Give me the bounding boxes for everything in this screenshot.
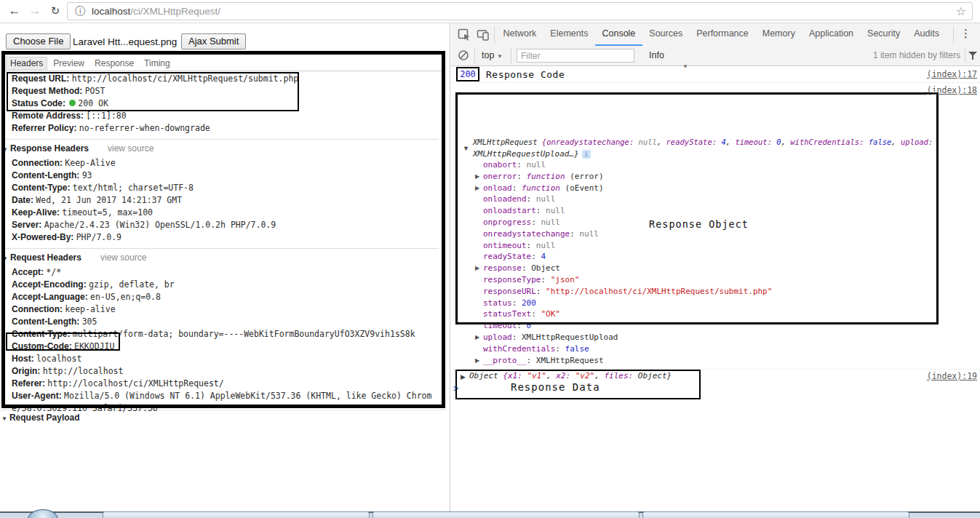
property-key: timeout — [483, 321, 517, 330]
console-token: : — [517, 172, 526, 181]
source-link[interactable]: (index):17 — [927, 69, 977, 79]
inspect-element-icon[interactable] — [458, 28, 471, 41]
object-property-row: ▶response: Object — [451, 263, 953, 274]
reload-icon[interactable]: ↻ — [47, 2, 64, 20]
source-link[interactable]: (index):19 — [927, 371, 977, 381]
property-value: null — [579, 229, 599, 239]
devtools-tab-console[interactable]: Console — [595, 23, 642, 46]
back-icon[interactable]: ← — [6, 2, 23, 20]
url-bar[interactable]: ⓘ localhost/ci/XMLHttpRequest/ ☆ — [67, 2, 973, 20]
device-toolbar-icon[interactable] — [477, 28, 490, 41]
property-value: "http://localhost/ci/XMLHttpRequest/subm… — [546, 287, 772, 296]
choose-file-button[interactable]: Choose File — [6, 33, 71, 49]
header-value: text/html; charset=UTF-8 — [73, 183, 194, 193]
header-name: Connection: — [12, 158, 65, 168]
network-tab-timing[interactable]: Timing — [140, 57, 175, 70]
devtools-menu-icon[interactable]: ⋮ — [960, 27, 971, 40]
divider — [474, 48, 475, 63]
header-name: Date: — [12, 195, 36, 205]
context-selector[interactable]: top ▼ — [482, 50, 503, 60]
object-property-row: withCredentials: false — [451, 343, 953, 355]
console-token: , — [726, 138, 736, 146]
devtools-tab-application[interactable]: Application — [802, 23, 860, 44]
collapse-triangle-icon[interactable]: ▼ — [2, 146, 8, 153]
network-tab-preview[interactable]: Preview — [49, 57, 89, 70]
property-value: XMLHttpRequestUpload — [522, 332, 618, 342]
network-tab-response[interactable]: Response — [90, 57, 138, 70]
header-name: Content-Length: — [12, 170, 82, 180]
expand-triangle-icon[interactable]: ▶ — [461, 373, 466, 380]
header-row: Referrer Policy: no-referrer-when-downgr… — [2, 122, 439, 135]
devtools-tab-audits[interactable]: Audits — [907, 23, 947, 44]
divider — [965, 48, 965, 63]
object-property-row: readyState: 4 — [451, 251, 953, 263]
devtools-close-icon[interactable]: ⋮ — [976, 27, 980, 40]
object-property-row: ▶onload: function (oEvent) — [451, 183, 953, 194]
clear-console-icon[interactable] — [458, 49, 469, 61]
taskbar-button[interactable] — [642, 511, 909, 518]
console-filter-input[interactable] — [517, 49, 634, 63]
property-key: ontimeout — [483, 241, 527, 250]
url-text: localhost/ci/XMLHttpRequest/ — [92, 6, 220, 17]
console-token: : — [527, 356, 536, 365]
collapse-triangle-icon[interactable]: ▼ — [2, 255, 8, 262]
selected-file-name: Laravel Htt...equest.png — [73, 36, 177, 47]
header-name: Referrer Policy: — [12, 123, 79, 133]
header-value: 200 OK — [78, 98, 108, 108]
view-source-link[interactable]: view source — [100, 252, 146, 263]
devtools-tab-performance[interactable]: Performance — [690, 23, 756, 44]
request-headers-header: ▼Request Headersview source — [2, 252, 439, 265]
console-token: : — [527, 194, 536, 204]
taskbar-button[interactable] — [373, 511, 640, 518]
property-value: 4 — [541, 252, 546, 261]
header-row: Custom-Code: EKKODJIU — [2, 340, 439, 353]
console-prompt-chevron[interactable]: > — [453, 383, 458, 394]
header-value: no-referrer-when-downgrade — [79, 123, 210, 133]
expand-triangle-icon[interactable]: ▼ — [463, 145, 469, 152]
devtools-tab-elements[interactable]: Elements — [543, 23, 595, 44]
taskbar-button[interactable] — [103, 511, 370, 518]
expand-arrow-icon[interactable]: ▶ — [475, 263, 479, 274]
collapse-triangle-icon: ▼ — [1, 415, 7, 422]
property-value: 200 — [522, 298, 536, 308]
start-button-icon[interactable] — [28, 509, 58, 518]
expand-arrow-icon[interactable]: ▶ — [475, 355, 479, 367]
console-token: : — [555, 344, 565, 354]
devtools-tab-sources[interactable]: Sources — [642, 23, 690, 44]
header-name: Accept-Encoding: — [12, 279, 89, 290]
console-token: {onreadystatechange: — [542, 138, 639, 146]
forward-icon[interactable]: → — [26, 2, 44, 20]
devtools-tab-security[interactable]: Security — [861, 23, 907, 44]
divider — [953, 26, 954, 43]
header-value: multipart/form-data; boundary=----WebKit… — [73, 329, 415, 339]
expand-arrow-icon[interactable]: ▶ — [475, 332, 479, 343]
network-tab-headers[interactable]: Headers — [6, 57, 47, 70]
property-value: null — [527, 160, 546, 170]
property-value: "OK" — [541, 309, 560, 319]
view-source-link[interactable]: view source — [108, 143, 154, 154]
header-name: Status Code: — [12, 98, 68, 108]
console-token: readyState: — [666, 138, 722, 146]
page-info-icon[interactable]: ⓘ — [75, 5, 85, 18]
devtools-tab-network[interactable]: Network — [496, 23, 543, 44]
expand-arrow-icon[interactable]: ▶ — [475, 171, 479, 183]
info-icon[interactable]: i — [582, 150, 591, 159]
header-row: Accept-Language: en-US,en;q=0.8 — [2, 291, 439, 303]
expand-arrow-icon[interactable]: ▶ — [475, 183, 479, 194]
console-token: {x1: — [503, 371, 527, 380]
console-token: false — [869, 138, 892, 146]
console-token: , — [891, 138, 901, 146]
bookmark-star-icon[interactable]: ☆ — [956, 4, 966, 18]
source-link[interactable]: (index):18 — [927, 85, 977, 95]
screen: ← → ↻ ⓘ localhost/ci/XMLHttpRequest/ ☆ C… — [0, 0, 980, 518]
header-value: 93 — [82, 170, 92, 180]
devtools-tab-memory[interactable]: Memory — [755, 23, 802, 44]
ajax-submit-button[interactable]: Ajax Submit — [181, 33, 246, 49]
filter-funnel-icon[interactable] — [968, 51, 977, 60]
property-key: onloadstart — [483, 206, 536, 215]
console-token: : — [536, 206, 546, 215]
property-key: __proto__ — [483, 356, 527, 365]
header-row: Request URL: http://localhost/ci/XMLHttp… — [2, 73, 439, 85]
header-row: Remote Address: [::1]:80 — [2, 110, 439, 122]
network-headers-panel: Request URL: http://localhost/ci/XMLHttp… — [2, 73, 439, 415]
